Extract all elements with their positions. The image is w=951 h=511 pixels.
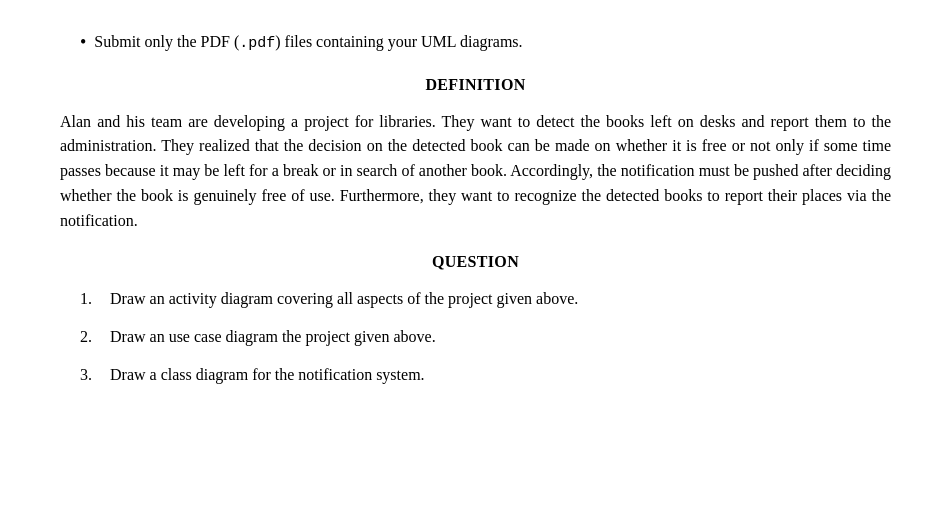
question-heading: QUESTION [60, 253, 891, 271]
question-text-1: Draw an activity diagram covering all as… [110, 287, 578, 311]
code-pdf: .pdf [239, 35, 275, 52]
definition-paragraph: Alan and his team are developing a proje… [60, 110, 891, 234]
bullet-text: Submit only the PDF (.pdf) files contain… [94, 30, 522, 56]
question-item-3: 3.Draw a class diagram for the notificat… [80, 363, 891, 387]
bullet-dot: • [80, 30, 86, 55]
definition-heading: DEFINITION [60, 76, 891, 94]
question-number-1: 1. [80, 287, 100, 311]
question-list: 1.Draw an activity diagram covering all … [80, 287, 891, 387]
question-number-3: 3. [80, 363, 100, 387]
question-item-2: 2.Draw an use case diagram the project g… [80, 325, 891, 349]
question-item-1: 1.Draw an activity diagram covering all … [80, 287, 891, 311]
bullet-item: • Submit only the PDF (.pdf) files conta… [80, 30, 891, 56]
question-text-2: Draw an use case diagram the project giv… [110, 325, 436, 349]
bullet-section: • Submit only the PDF (.pdf) files conta… [60, 30, 891, 56]
question-number-2: 2. [80, 325, 100, 349]
question-text-3: Draw a class diagram for the notificatio… [110, 363, 425, 387]
